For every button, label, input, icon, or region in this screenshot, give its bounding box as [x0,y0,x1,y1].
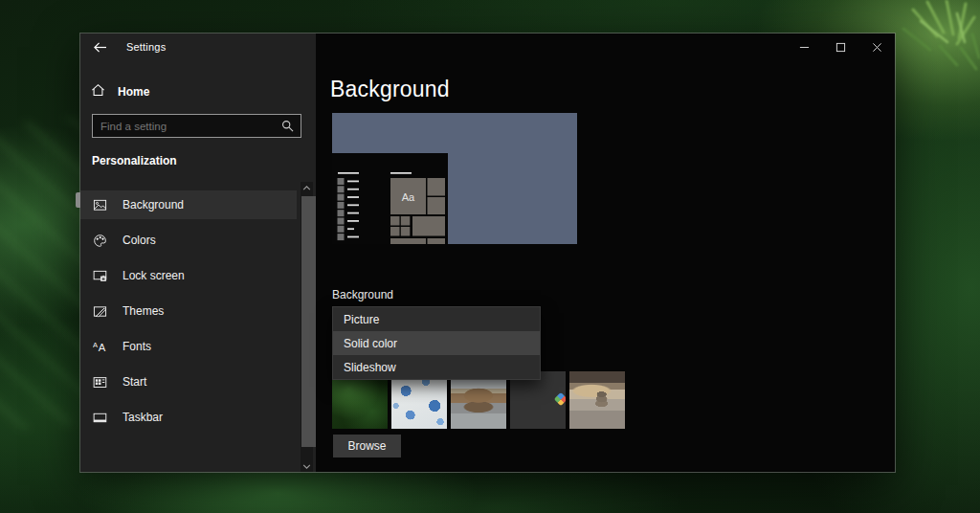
background-dropdown-label: Background [332,288,393,301]
home-icon [91,83,105,100]
spotlight-diamond-icon [554,392,566,406]
scroll-up-icon[interactable] [301,182,313,193]
sidebar-item-label: Start [122,375,146,389]
minimize-button[interactable] [786,33,822,60]
dropdown-option-solid-color[interactable]: Solid color [333,331,540,355]
search-box[interactable] [92,114,301,138]
background-preview: Aa [332,113,577,244]
start-tiles-icon [92,374,107,390]
sidebar-item-background[interactable]: Background [80,190,297,219]
window-title: Settings [126,41,166,53]
search-icon[interactable] [281,120,294,132]
browse-button[interactable]: Browse [333,435,401,457]
sidebar-nav: Background Colors [80,190,297,438]
scroll-down-icon[interactable] [301,460,313,472]
section-heading: Personalization [92,154,177,167]
recent-images-row [332,371,625,429]
fonts-aa-icon: A A [92,339,107,354]
wallpaper-thumbnail-green-plants[interactable] [332,371,388,429]
maximize-button[interactable] [822,33,858,60]
wallpaper-thumbnail-windows-spotlight[interactable] [510,371,566,429]
taskbar-icon [92,410,107,425]
sidebar-item-fonts[interactable]: A A Fonts [80,332,297,361]
sidebar: Home Personalization [80,33,316,472]
close-button[interactable] [858,33,895,60]
wallpaper-thumbnail-stacked-stones[interactable] [569,371,625,429]
palette-icon [92,233,107,248]
sidebar-item-home[interactable]: Home [91,83,149,100]
svg-text:A: A [93,340,98,348]
aa-tile-label: Aa [402,191,415,203]
page-title: Background [330,77,450,102]
dropdown-option-picture[interactable]: Picture [333,307,540,331]
settings-window: Home Personalization [80,33,895,472]
titlebar: Settings [80,33,895,60]
wallpaper-thumbnail-rock-reflection[interactable] [451,371,506,429]
sidebar-scrollbar[interactable] [301,182,313,472]
sidebar-item-label: Lock screen [122,269,185,282]
sidebar-item-label: Colors [122,234,156,247]
theme-brush-icon [92,303,107,319]
desktop: Home Personalization [0,0,980,513]
start-menu-preview: Aa [332,153,448,244]
wallpaper-thumbnail-blue-berries[interactable] [391,371,447,429]
sidebar-item-lock-screen[interactable]: Lock screen [80,261,297,290]
window-controls [786,33,895,60]
sidebar-item-label: Themes [122,304,164,318]
sidebar-item-label: Fonts [122,340,151,353]
back-button[interactable] [86,37,113,56]
sidebar-item-taskbar[interactable]: Taskbar [80,403,297,432]
svg-text:A: A [98,342,105,353]
monitor-lock-icon [92,268,107,283]
dropdown-option-slideshow[interactable]: Slideshow [333,355,540,379]
sidebar-item-start[interactable]: Start [80,368,297,396]
sidebar-item-colors[interactable]: Colors [80,226,297,255]
home-label: Home [118,85,149,99]
background-type-dropdown: Picture Solid color Slideshow [332,306,541,380]
content-pane: Background [316,33,895,472]
search-input[interactable] [93,121,281,132]
image-icon [92,197,107,212]
sidebar-item-themes[interactable]: Themes [80,297,297,325]
sidebar-item-label: Taskbar [122,411,163,424]
sidebar-item-label: Background [122,198,184,212]
